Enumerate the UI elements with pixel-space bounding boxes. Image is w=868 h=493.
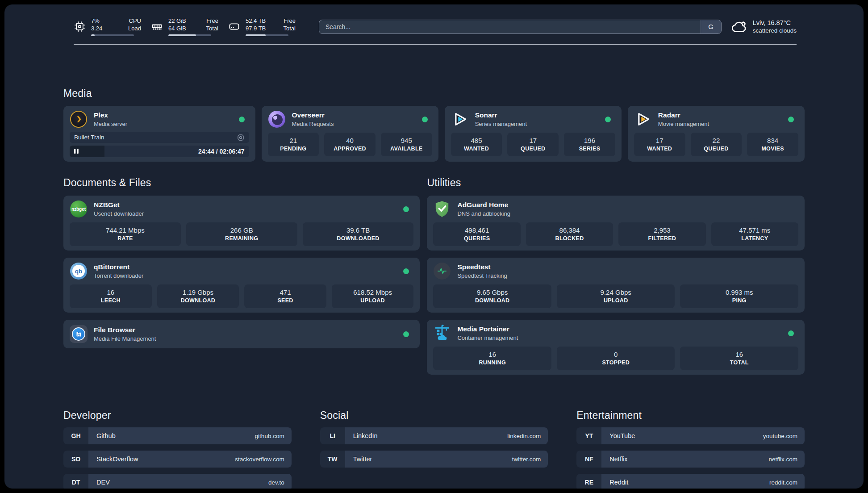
bookmark-name: StackOverflow xyxy=(96,455,138,463)
search-engine-button[interactable]: G xyxy=(701,20,721,33)
stat-tile: 196SERIES xyxy=(564,133,615,156)
stat-tile: 471SEED xyxy=(244,284,326,308)
stat-tile: 40APPROVED xyxy=(324,133,376,156)
bookmark-host: linkedin.com xyxy=(507,433,541,439)
stat-tile: 22QUEUED xyxy=(691,133,742,156)
cpu-progress-bar xyxy=(91,34,134,36)
bookmark-twitter[interactable]: TW Twitter twitter.com xyxy=(320,451,548,468)
radarr-card[interactable]: Radarr Movie management 17WANTED 22QUEUE… xyxy=(628,106,805,162)
overseerr-card[interactable]: Overseerr Media Requests 21PENDING 40APP… xyxy=(262,106,438,162)
cpu-load-label: Load xyxy=(128,25,141,32)
stat-tile: 9.65 GbpsDOWNLOAD xyxy=(433,284,551,308)
plex-icon xyxy=(70,110,88,128)
bookmark-linkedin[interactable]: LI LinkedIn linkedin.com xyxy=(320,427,548,444)
disk-free-label: Free xyxy=(284,17,296,25)
speedtest-card[interactable]: Speedtest Speedtest Tracking 9.65 GbpsDO… xyxy=(427,258,805,313)
service-name: NZBGet xyxy=(94,201,144,209)
bookmark-badge: TW xyxy=(320,451,345,468)
bookmark-group-developer: Developer GH Github github.com SO StackO… xyxy=(63,409,292,489)
qbittorrent-card[interactable]: qb qBittorrent Torrent downloader 16LEEC… xyxy=(63,258,420,313)
stat-tile: 1.19 GbpsDOWNLOAD xyxy=(157,284,239,308)
cpu-stat: 7% CPU 3.24 Load xyxy=(74,17,141,36)
service-name: AdGuard Home xyxy=(457,201,510,209)
bookmark-dev[interactable]: DT DEV dev.to xyxy=(63,474,292,489)
bookmark-host: youtube.com xyxy=(763,433,797,439)
bookmark-reddit[interactable]: RE Reddit reddit.com xyxy=(576,474,805,489)
disk-icon xyxy=(228,21,240,33)
status-dot xyxy=(239,117,245,122)
service-name: Speedtest xyxy=(457,263,507,271)
status-dot xyxy=(605,117,611,122)
media-grid: Plex Media server Bullet Train xyxy=(63,106,805,162)
disk-stat: 52.4 TB Free 97.9 TB Total xyxy=(228,17,296,36)
playback-time: 24:44 / 02:06:47 xyxy=(198,148,245,155)
stat-tile: 2,953FILTERED xyxy=(618,222,705,246)
section-title-social: Social xyxy=(320,409,548,422)
bookmark-badge: DT xyxy=(63,474,88,489)
stat-tile: 0STOPPED xyxy=(557,347,675,370)
bookmark-name: Twitter xyxy=(353,455,372,463)
nzbget-card[interactable]: nzbget NZBGet Usenet downloader 744.21 M… xyxy=(63,196,420,251)
service-subtitle: Media Requests xyxy=(292,121,334,128)
cpu-usage-value: 7% xyxy=(91,17,100,25)
service-subtitle: Container management xyxy=(457,334,518,342)
session-icon xyxy=(237,134,245,142)
status-dot xyxy=(403,331,409,337)
dashboard-panel: 7% CPU 3.24 Load xyxy=(4,4,864,489)
service-name: Overseerr xyxy=(292,111,334,119)
stat-tile: 266 GBREMAINING xyxy=(186,222,297,246)
portainer-card[interactable]: Media Portainer Container management 16R… xyxy=(427,320,805,375)
bookmark-badge: GH xyxy=(63,427,88,444)
now-playing-row: Bullet Train xyxy=(70,132,249,143)
bookmark-youtube[interactable]: YT YouTube youtube.com xyxy=(576,427,805,444)
memory-icon xyxy=(151,21,163,33)
bookmark-badge: RE xyxy=(576,474,601,489)
sonarr-icon xyxy=(451,110,469,128)
playback-progress-bar[interactable]: 24:44 / 02:06:47 xyxy=(70,146,249,157)
disk-total-value: 97.9 TB xyxy=(246,25,266,32)
memory-free-label: Free xyxy=(206,17,218,25)
service-name: Media Portainer xyxy=(457,325,518,333)
stat-tile: 618.52 MbpsUPLOAD xyxy=(332,284,414,308)
weather-widget: Lviv, 16.87°C scattered clouds xyxy=(730,18,797,35)
stat-tile: 9.24 GbpsUPLOAD xyxy=(557,284,675,308)
bookmark-badge: SO xyxy=(63,451,88,468)
bookmark-host: twitter.com xyxy=(512,456,541,463)
bookmark-github[interactable]: GH Github github.com xyxy=(63,427,292,444)
status-dot xyxy=(788,330,794,336)
bookmark-host: dev.to xyxy=(268,479,284,486)
weather-location: Lviv, 16.87°C xyxy=(753,19,797,27)
adguard-icon xyxy=(433,200,451,218)
bookmark-name: DEV xyxy=(96,479,110,486)
bookmark-host: stackoverflow.com xyxy=(235,456,284,463)
pause-icon[interactable] xyxy=(74,148,79,154)
section-title-utilities: Utilities xyxy=(427,177,805,189)
bookmark-name: Netflix xyxy=(609,455,627,463)
radarr-icon xyxy=(634,110,652,128)
disk-total-label: Total xyxy=(284,25,296,32)
adguard-card[interactable]: AdGuard Home DNS and adblocking 498,461Q… xyxy=(427,196,805,251)
bookmark-netflix[interactable]: NF Netflix netflix.com xyxy=(576,451,805,468)
weather-condition: scattered clouds xyxy=(753,27,797,35)
search-input[interactable] xyxy=(319,20,722,34)
filebrowser-card[interactable]: File Browser Media File Management xyxy=(63,320,420,348)
plex-card[interactable]: Plex Media server Bullet Train xyxy=(63,106,255,162)
bookmark-host: github.com xyxy=(255,433,284,439)
cloud-icon xyxy=(730,18,747,35)
overseerr-icon xyxy=(268,110,286,128)
bookmark-stackoverflow[interactable]: SO StackOverflow stackoverflow.com xyxy=(63,451,292,468)
now-playing-title: Bullet Train xyxy=(74,134,104,141)
section-title-documents: Documents & Files xyxy=(63,177,420,189)
stat-tile: 16RUNNING xyxy=(433,347,551,370)
service-subtitle: Series management xyxy=(475,121,527,128)
memory-free-value: 22 GiB xyxy=(168,17,186,25)
service-subtitle: Movie management xyxy=(658,121,709,128)
stat-tile: 47.571 msLATENCY xyxy=(711,222,798,246)
memory-total-value: 64 GiB xyxy=(168,25,186,32)
speedtest-icon xyxy=(433,262,451,280)
stat-tile: 16TOTAL xyxy=(680,347,798,370)
sonarr-card[interactable]: Sonarr Series management 485WANTED 17QUE… xyxy=(445,106,622,162)
bookmark-host: reddit.com xyxy=(769,479,797,486)
service-subtitle: Usenet downloader xyxy=(94,210,144,217)
service-subtitle: Media server xyxy=(94,121,127,128)
